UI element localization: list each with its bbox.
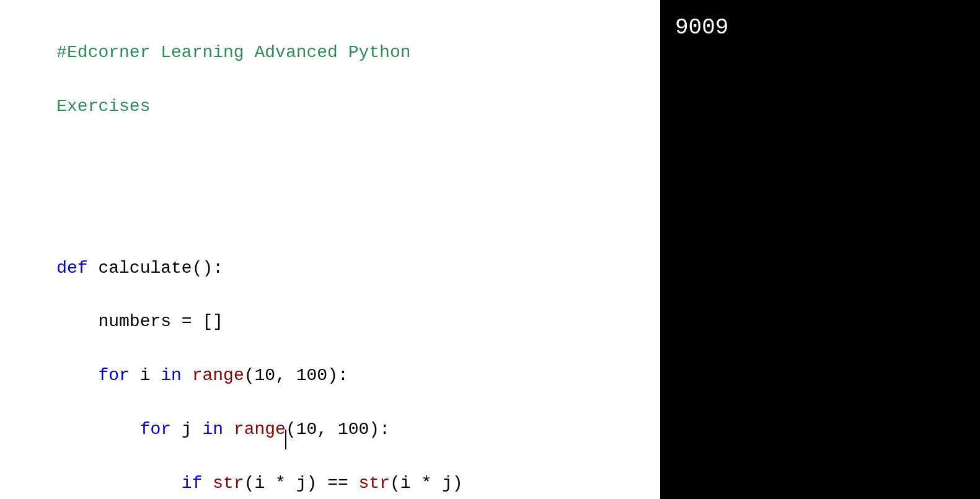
func-name: calculate(): [98,258,223,278]
comment-line-2: Exercises [56,97,150,116]
numbers-assign: numbers = [] [56,312,223,331]
for-j-line: for j in range(10, 100): [56,420,390,439]
if-line: if str(i * j) == str(i * j) [56,474,462,493]
def-keyword: def [56,258,98,278]
code-editor-panel: #Edcorner Learning Advanced Python Exerc… [0,0,660,499]
output-result: 9009 [675,15,965,40]
comment-line-1: #Edcorner Learning Advanced Python [56,43,410,62]
for-i-line: for i in range(10, 100): [56,366,348,385]
text-cursor [285,430,296,449]
output-panel: 9009 [660,0,980,499]
